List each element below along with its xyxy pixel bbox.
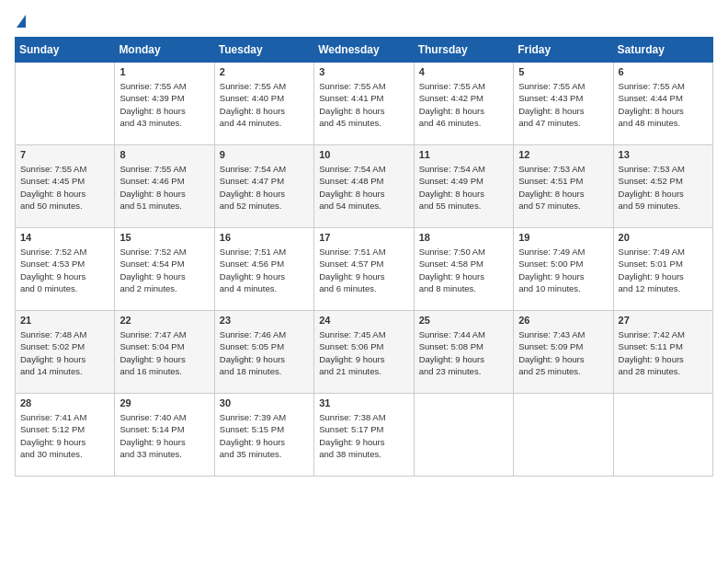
day-info: Sunrise: 7:50 AM Sunset: 4:58 PM Dayligh… [419, 246, 508, 294]
day-number: 24 [319, 315, 408, 326]
day-header-wednesday: Wednesday [314, 38, 414, 63]
day-header-saturday: Saturday [613, 38, 712, 63]
calendar-cell: 19Sunrise: 7:49 AM Sunset: 5:00 PM Dayli… [514, 228, 613, 311]
logo [15, 15, 26, 28]
calendar-cell: 31Sunrise: 7:38 AM Sunset: 5:17 PM Dayli… [314, 394, 414, 477]
calendar-table: SundayMondayTuesdayWednesdayThursdayFrid… [15, 37, 713, 477]
calendar-cell: 17Sunrise: 7:51 AM Sunset: 4:57 PM Dayli… [314, 228, 414, 311]
day-number: 30 [220, 397, 309, 408]
day-info: Sunrise: 7:55 AM Sunset: 4:46 PM Dayligh… [119, 163, 209, 212]
calendar-cell: 9Sunrise: 7:54 AM Sunset: 4:47 PM Daylig… [214, 145, 313, 228]
day-number: 10 [319, 149, 408, 160]
calendar-cell: 15Sunrise: 7:52 AM Sunset: 4:54 PM Dayli… [115, 228, 214, 311]
day-info: Sunrise: 7:39 AM Sunset: 5:15 PM Dayligh… [220, 411, 309, 460]
calendar-cell: 16Sunrise: 7:51 AM Sunset: 4:56 PM Dayli… [214, 228, 313, 311]
day-header-thursday: Thursday [414, 38, 513, 63]
day-info: Sunrise: 7:55 AM Sunset: 4:40 PM Dayligh… [220, 80, 309, 129]
day-info: Sunrise: 7:55 AM Sunset: 4:43 PM Dayligh… [518, 80, 608, 129]
logo-triangle-icon [17, 15, 26, 28]
day-number: 8 [119, 149, 209, 160]
day-info: Sunrise: 7:54 AM Sunset: 4:49 PM Dayligh… [419, 163, 508, 212]
day-number: 9 [220, 149, 309, 160]
day-number: 3 [319, 66, 408, 77]
day-number: 1 [119, 66, 209, 77]
day-number: 26 [518, 315, 608, 326]
day-info: Sunrise: 7:55 AM Sunset: 4:42 PM Dayligh… [419, 80, 508, 129]
day-info: Sunrise: 7:40 AM Sunset: 5:14 PM Dayligh… [119, 411, 209, 460]
day-info: Sunrise: 7:47 AM Sunset: 5:04 PM Dayligh… [119, 328, 209, 377]
calendar-cell: 20Sunrise: 7:49 AM Sunset: 5:01 PM Dayli… [613, 228, 712, 311]
day-number: 2 [220, 66, 309, 77]
day-number: 27 [619, 315, 708, 326]
day-number: 23 [220, 315, 309, 326]
calendar-cell: 14Sunrise: 7:52 AM Sunset: 4:53 PM Dayli… [16, 228, 115, 311]
calendar-cell: 27Sunrise: 7:42 AM Sunset: 5:11 PM Dayli… [613, 311, 712, 394]
page-header [15, 15, 713, 28]
calendar-cell [16, 63, 115, 145]
day-number: 17 [319, 232, 408, 243]
calendar-week-row: 21Sunrise: 7:48 AM Sunset: 5:02 PM Dayli… [16, 311, 713, 394]
calendar-cell: 7Sunrise: 7:55 AM Sunset: 4:45 PM Daylig… [16, 145, 115, 228]
day-header-sunday: Sunday [16, 38, 115, 63]
calendar-cell: 1Sunrise: 7:55 AM Sunset: 4:39 PM Daylig… [115, 63, 214, 145]
calendar-cell: 6Sunrise: 7:55 AM Sunset: 4:44 PM Daylig… [613, 63, 712, 145]
day-info: Sunrise: 7:53 AM Sunset: 4:51 PM Dayligh… [518, 163, 608, 212]
day-info: Sunrise: 7:55 AM Sunset: 4:41 PM Dayligh… [319, 80, 408, 129]
calendar-week-row: 14Sunrise: 7:52 AM Sunset: 4:53 PM Dayli… [16, 228, 713, 311]
day-header-monday: Monday [115, 38, 214, 63]
day-number: 13 [619, 149, 708, 160]
day-info: Sunrise: 7:45 AM Sunset: 5:06 PM Dayligh… [319, 328, 408, 377]
calendar-week-row: 1Sunrise: 7:55 AM Sunset: 4:39 PM Daylig… [16, 63, 713, 145]
calendar-cell: 21Sunrise: 7:48 AM Sunset: 5:02 PM Dayli… [16, 311, 115, 394]
calendar-cell: 18Sunrise: 7:50 AM Sunset: 4:58 PM Dayli… [414, 228, 513, 311]
day-number: 5 [518, 66, 608, 77]
day-number: 6 [619, 66, 708, 77]
day-number: 19 [518, 232, 608, 243]
day-number: 29 [119, 397, 209, 408]
calendar-cell [514, 394, 613, 477]
calendar-cell: 12Sunrise: 7:53 AM Sunset: 4:51 PM Dayli… [514, 145, 613, 228]
day-number: 11 [419, 149, 508, 160]
day-info: Sunrise: 7:43 AM Sunset: 5:09 PM Dayligh… [518, 328, 608, 377]
day-info: Sunrise: 7:49 AM Sunset: 5:00 PM Dayligh… [518, 246, 608, 294]
day-info: Sunrise: 7:51 AM Sunset: 4:56 PM Dayligh… [220, 246, 309, 294]
calendar-cell: 24Sunrise: 7:45 AM Sunset: 5:06 PM Dayli… [314, 311, 414, 394]
day-info: Sunrise: 7:55 AM Sunset: 4:45 PM Dayligh… [20, 163, 109, 212]
day-info: Sunrise: 7:54 AM Sunset: 4:47 PM Dayligh… [220, 163, 309, 212]
day-info: Sunrise: 7:53 AM Sunset: 4:52 PM Dayligh… [619, 163, 708, 212]
day-info: Sunrise: 7:51 AM Sunset: 4:57 PM Dayligh… [319, 246, 408, 294]
day-info: Sunrise: 7:54 AM Sunset: 4:48 PM Dayligh… [319, 163, 408, 212]
calendar-cell: 8Sunrise: 7:55 AM Sunset: 4:46 PM Daylig… [115, 145, 214, 228]
day-info: Sunrise: 7:42 AM Sunset: 5:11 PM Dayligh… [619, 328, 708, 377]
calendar-cell: 13Sunrise: 7:53 AM Sunset: 4:52 PM Dayli… [613, 145, 712, 228]
calendar-cell: 25Sunrise: 7:44 AM Sunset: 5:08 PM Dayli… [414, 311, 513, 394]
day-info: Sunrise: 7:49 AM Sunset: 5:01 PM Dayligh… [619, 246, 708, 294]
calendar-cell: 11Sunrise: 7:54 AM Sunset: 4:49 PM Dayli… [414, 145, 513, 228]
day-number: 4 [419, 66, 508, 77]
day-info: Sunrise: 7:46 AM Sunset: 5:05 PM Dayligh… [220, 328, 309, 377]
day-info: Sunrise: 7:48 AM Sunset: 5:02 PM Dayligh… [20, 328, 109, 377]
day-number: 21 [20, 315, 109, 326]
day-number: 20 [619, 232, 708, 243]
day-number: 15 [119, 232, 209, 243]
day-info: Sunrise: 7:44 AM Sunset: 5:08 PM Dayligh… [419, 328, 508, 377]
day-number: 12 [518, 149, 608, 160]
calendar-week-row: 28Sunrise: 7:41 AM Sunset: 5:12 PM Dayli… [16, 394, 713, 477]
calendar-cell: 29Sunrise: 7:40 AM Sunset: 5:14 PM Dayli… [115, 394, 214, 477]
calendar-cell: 10Sunrise: 7:54 AM Sunset: 4:48 PM Dayli… [314, 145, 414, 228]
calendar-header-row: SundayMondayTuesdayWednesdayThursdayFrid… [16, 38, 713, 63]
day-info: Sunrise: 7:55 AM Sunset: 4:39 PM Dayligh… [119, 80, 209, 129]
calendar-cell [613, 394, 712, 477]
day-info: Sunrise: 7:41 AM Sunset: 5:12 PM Dayligh… [20, 411, 109, 460]
day-number: 25 [419, 315, 508, 326]
day-number: 14 [20, 232, 109, 243]
calendar-week-row: 7Sunrise: 7:55 AM Sunset: 4:45 PM Daylig… [16, 145, 713, 228]
day-info: Sunrise: 7:55 AM Sunset: 4:44 PM Dayligh… [619, 80, 708, 129]
day-header-tuesday: Tuesday [214, 38, 313, 63]
day-number: 16 [220, 232, 309, 243]
day-info: Sunrise: 7:38 AM Sunset: 5:17 PM Dayligh… [319, 411, 408, 460]
day-number: 7 [20, 149, 109, 160]
calendar-cell: 3Sunrise: 7:55 AM Sunset: 4:41 PM Daylig… [314, 63, 414, 145]
calendar-cell: 28Sunrise: 7:41 AM Sunset: 5:12 PM Dayli… [16, 394, 115, 477]
day-number: 22 [119, 315, 209, 326]
